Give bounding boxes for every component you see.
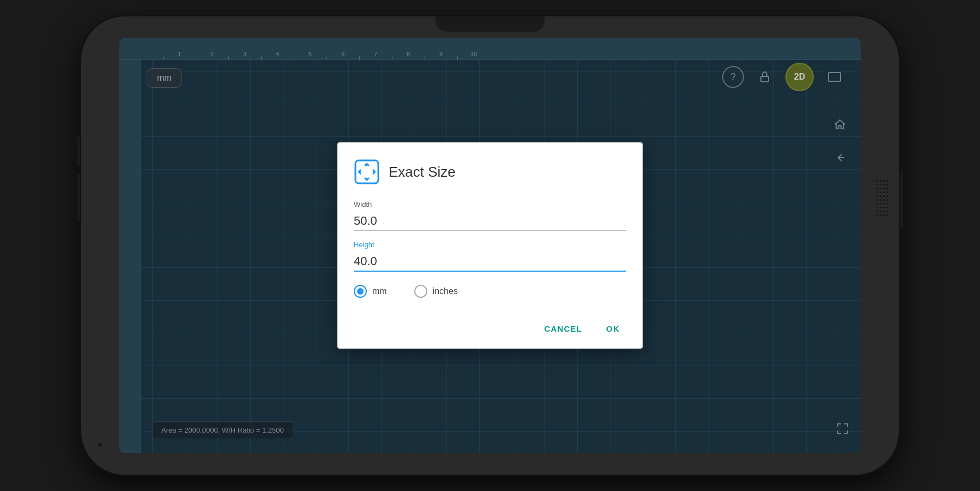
width-field: Width [354,200,626,231]
mm-radio-label: mm [372,286,387,296]
speaker-grille [876,180,888,216]
inches-radio-option[interactable]: inches [414,285,458,298]
exact-size-icon [354,159,380,185]
height-input[interactable] [354,252,626,272]
phone-screen: 1 2 3 4 5 6 7 8 9 10 mm ? [119,38,861,453]
mm-radio-circle [354,285,367,298]
power-button [900,169,903,229]
mm-radio-option[interactable]: mm [354,285,387,298]
dialog-title-row: Exact Size [354,159,626,185]
dialog-title: Exact Size [389,164,456,181]
phone-top-bar [435,16,545,32]
cancel-button[interactable]: CANCEL [537,320,589,338]
height-field: Height [354,241,626,272]
volume-down-button [77,173,80,222]
modal-overlay: Exact Size Width Height mm [119,38,861,453]
height-label: Height [354,241,626,249]
phone-shell: 1 2 3 4 5 6 7 8 9 10 mm ? [81,16,899,475]
dialog-actions: CANCEL OK [354,314,626,338]
camera-dot [98,442,103,447]
ok-button[interactable]: OK [600,320,626,338]
width-label: Width [354,200,626,208]
width-input[interactable] [354,212,626,231]
phone-left-buttons [77,136,80,222]
unit-radio-group: mm inches [354,285,626,298]
volume-up-button [77,136,80,166]
inches-radio-circle [414,285,427,298]
exact-size-dialog: Exact Size Width Height mm [337,142,643,349]
inches-radio-label: inches [433,286,458,296]
